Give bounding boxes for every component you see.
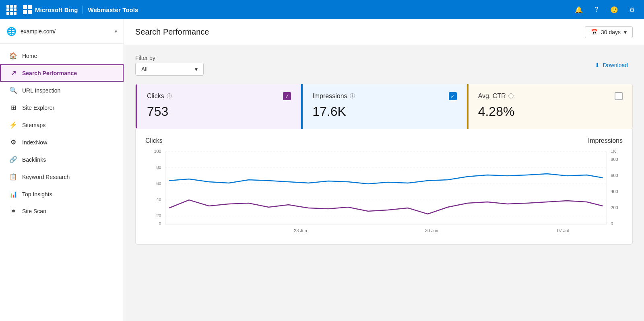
insights-icon: 📊 — [9, 190, 17, 198]
sidebar-item-top-insights[interactable]: 📊 Top Insights — [0, 185, 124, 203]
app-grid-icon[interactable] — [6, 5, 17, 15]
page-header: Search Performance 📅 30 days ▾ — [124, 19, 644, 45]
ctr-info-icon[interactable]: ⓘ — [508, 93, 514, 100]
clicks-card: Clicks ⓘ ✓ 753 — [136, 84, 301, 129]
notification-icon[interactable]: 🔔 — [573, 4, 584, 15]
indexnow-icon: ⚙ — [9, 138, 17, 146]
date-chevron-icon: ▾ — [624, 29, 627, 35]
chart-wrapper: 0 20 40 60 80 100 0 200 400 600 800 1K — [145, 148, 623, 236]
sidebar-item-label: IndexNow — [22, 139, 47, 146]
download-button[interactable]: ⬇ Download — [590, 59, 633, 72]
filter-value: All — [141, 66, 148, 72]
chart-left-label: Clicks — [145, 137, 163, 144]
calendar-icon: 📅 — [591, 29, 598, 35]
home-icon: 🏠 — [9, 52, 17, 60]
main-content: Search Performance 📅 30 days ▾ Filter by… — [124, 19, 644, 321]
impressions-label: Impressions ⓘ — [312, 93, 355, 100]
clicks-label: Clicks ⓘ — [147, 93, 172, 100]
svg-text:1K: 1K — [611, 149, 616, 154]
svg-text:40: 40 — [156, 197, 161, 202]
sidebar-item-label: URL Inspection — [22, 87, 60, 94]
sidebar-item-keyword-research[interactable]: 📋 Keyword Research — [0, 168, 124, 185]
sidebar-item-site-scan[interactable]: 🖥 Site Scan — [0, 203, 124, 220]
clicks-info-icon[interactable]: ⓘ — [167, 93, 172, 100]
impressions-header: Impressions ⓘ ✓ — [312, 92, 456, 100]
sidebar-item-sitemaps[interactable]: ⚡ Sitemaps — [0, 116, 124, 134]
sidebar-item-site-explorer[interactable]: ⊞ Site Explorer — [0, 99, 124, 116]
nav-section: 🏠 Home ↗ Search Performance 🔍 URL Inspec… — [0, 44, 124, 223]
ctr-header: Avg. CTR ⓘ — [478, 92, 623, 100]
feedback-icon[interactable]: 🙂 — [609, 4, 620, 15]
sidebar-item-label: Keyword Research — [22, 174, 70, 180]
svg-text:0: 0 — [159, 221, 161, 226]
sidebar: 🌐 example.com/ ▾ 🏠 Home ↗ Search Perform… — [0, 19, 124, 321]
clicks-value: 753 — [147, 104, 291, 119]
sidebar-item-label: Sitemaps — [22, 122, 45, 128]
windows-icon — [23, 5, 32, 14]
search-icon: 🔍 — [9, 86, 17, 94]
filter-chevron-icon: ▾ — [195, 66, 198, 72]
svg-text:20: 20 — [156, 213, 161, 218]
product-name: Webmaster Tools — [88, 6, 138, 13]
sitemap-icon: ⚡ — [9, 121, 17, 129]
svg-text:600: 600 — [611, 173, 618, 178]
performance-chart: 0 20 40 60 80 100 0 200 400 600 800 1K — [145, 148, 623, 236]
clicks-header: Clicks ⓘ ✓ — [147, 92, 291, 100]
svg-text:80: 80 — [156, 165, 161, 170]
svg-text:800: 800 — [611, 157, 618, 162]
trending-icon: ↗ — [9, 69, 17, 77]
keyword-icon: 📋 — [9, 173, 17, 181]
scan-icon: 🖥 — [9, 208, 17, 215]
page-title: Search Performance — [135, 27, 209, 37]
topbar-actions: 🔔 ? 🙂 ⚙ — [573, 4, 638, 15]
brand-name: Microsoft Bing — [35, 6, 78, 13]
date-range-selector[interactable]: 📅 30 days ▾ — [585, 26, 633, 38]
svg-text:100: 100 — [154, 149, 161, 154]
globe-icon: 🌐 — [6, 27, 17, 36]
filter-dropdown[interactable]: All ▾ — [135, 63, 204, 76]
date-range-value: 30 days — [601, 29, 621, 35]
sidebar-item-label: Home — [22, 53, 37, 59]
sidebar-item-label: Search Performance — [22, 70, 77, 76]
sidebar-item-label: Site Explorer — [22, 105, 54, 111]
brand-logo: Microsoft Bing Webmaster Tools — [23, 5, 138, 14]
filter-row: Filter by All ▾ ⬇ Download — [135, 55, 633, 76]
sidebar-item-label: Top Insights — [22, 191, 52, 198]
download-label: Download — [603, 62, 628, 68]
content-area: Filter by All ▾ ⬇ Download Clicks — [124, 45, 644, 254]
clicks-checkbox[interactable]: ✓ — [283, 92, 291, 100]
svg-text:30 Jun: 30 Jun — [425, 228, 438, 233]
chart-axis-labels: Clicks Impressions — [145, 137, 623, 144]
help-icon[interactable]: ? — [591, 4, 602, 15]
ctr-card: Avg. CTR ⓘ 4.28% — [467, 84, 632, 129]
svg-text:400: 400 — [611, 189, 618, 194]
site-name: example.com/ — [21, 28, 111, 35]
sidebar-item-home[interactable]: 🏠 Home — [0, 47, 124, 64]
sidebar-item-search-performance[interactable]: ↗ Search Performance — [0, 64, 124, 82]
chevron-down-icon: ▾ — [115, 29, 117, 34]
svg-text:0: 0 — [611, 221, 613, 226]
ctr-checkbox[interactable] — [615, 92, 623, 100]
sidebar-item-backlinks[interactable]: 🔗 Backlinks — [0, 151, 124, 168]
chart-right-label: Impressions — [588, 137, 623, 144]
app-layout: 🌐 example.com/ ▾ 🏠 Home ↗ Search Perform… — [0, 19, 644, 321]
sidebar-item-url-inspection[interactable]: 🔍 URL Inspection — [0, 82, 124, 99]
filter-label: Filter by — [135, 55, 204, 61]
svg-text:07 Jul: 07 Jul — [557, 228, 569, 233]
sidebar-item-label: Site Scan — [22, 208, 46, 214]
link-icon: 🔗 — [9, 156, 17, 163]
svg-text:200: 200 — [611, 205, 618, 210]
site-selector[interactable]: 🌐 example.com/ ▾ — [0, 19, 124, 44]
sidebar-item-indexnow[interactable]: ⚙ IndexNow — [0, 134, 124, 151]
impressions-info-icon[interactable]: ⓘ — [350, 93, 355, 100]
grid-icon: ⊞ — [9, 104, 17, 111]
chart-container: Clicks Impressions 0 — [135, 129, 633, 245]
sidebar-item-label: Backlinks — [22, 156, 46, 163]
filter-group: Filter by All ▾ — [135, 55, 204, 76]
svg-text:23 Jun: 23 Jun — [294, 228, 307, 233]
topbar-divider — [83, 6, 83, 14]
impressions-value: 17.6K — [312, 104, 456, 119]
settings-icon[interactable]: ⚙ — [626, 4, 638, 15]
impressions-checkbox[interactable]: ✓ — [449, 92, 457, 100]
impressions-card: Impressions ⓘ ✓ 17.6K — [301, 84, 466, 129]
